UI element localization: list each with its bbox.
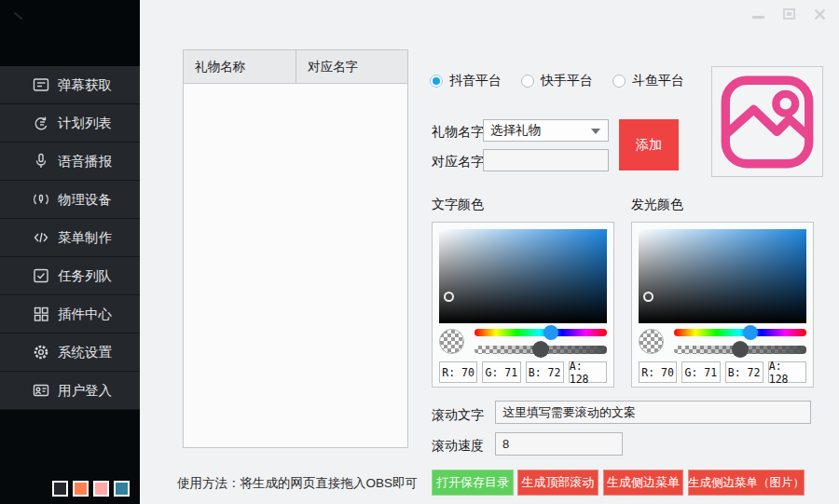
red-value-field[interactable]: R: 70 (639, 361, 677, 383)
scroll-text-input[interactable] (495, 401, 811, 424)
add-button[interactable]: 添加 (619, 119, 679, 170)
gift-name-label: 礼物名字 (432, 124, 484, 141)
radio-unselected-icon (612, 75, 626, 88)
plugin-grid-icon (32, 306, 49, 323)
theme-swatch-orange[interactable] (73, 481, 89, 497)
sidebar-item-label: 用户登入 (58, 382, 112, 400)
mapped-name-input[interactable] (483, 149, 609, 171)
sidebar-item-label: 菜单制作 (58, 229, 112, 247)
saturation-value-area[interactable] (639, 229, 806, 323)
radio-label: 快手平台 (541, 73, 593, 89)
code-menu-icon (32, 229, 49, 247)
text-color-title: 文字颜色 (432, 197, 484, 213)
minimize-icon[interactable] (751, 7, 764, 21)
alpha-value-field[interactable]: A: 128 (569, 361, 607, 383)
generate-side-menu-button[interactable]: 生成侧边菜单 (603, 470, 683, 496)
alpha-slider[interactable] (674, 346, 806, 354)
blue-value-field[interactable]: B: 72 (725, 361, 763, 383)
theme-swatch-teal[interactable] (114, 481, 130, 497)
mapped-name-label: 对应名字 (432, 154, 484, 170)
scroll-speed-label: 滚动速度 (432, 438, 484, 455)
gift-table: 礼物名称 对应名字 (183, 49, 408, 448)
sidebar-item-label: 任务列队 (58, 267, 112, 285)
sidebar-item-task-queue[interactable]: 任务列队 (0, 257, 140, 295)
user-card-icon (32, 382, 49, 400)
image-preview-box[interactable] (711, 66, 823, 177)
picture-icon (719, 74, 816, 170)
physical-device-icon (32, 191, 49, 209)
sidebar-item-label: 系统设置 (58, 344, 112, 361)
sidebar-item-label: 弹幕获取 (58, 76, 112, 94)
theme-swatches (52, 481, 134, 497)
generate-side-menu-image-button[interactable]: 生成侧边菜单（图片） (688, 470, 805, 496)
usage-hint: 使用方法：将生成的网页直接拖入OBS即可 (177, 475, 418, 492)
window-controls (751, 5, 839, 23)
sidebar-item-label: 计划列表 (58, 115, 112, 132)
sv-cursor-icon[interactable] (444, 292, 454, 302)
logo-mark (14, 12, 23, 20)
sidebar-item-plugin-center[interactable]: 插件中心 (0, 295, 140, 334)
sidebar-item-user-login[interactable]: 用户登入 (0, 372, 140, 410)
voice-mic-icon (32, 153, 49, 170)
gift-table-header: 礼物名称 对应名字 (184, 50, 407, 84)
radio-label: 斗鱼平台 (632, 73, 684, 89)
task-checkbox-icon (32, 267, 49, 285)
theme-swatch-dark[interactable] (52, 481, 68, 497)
alpha-slider-handle[interactable] (732, 341, 749, 358)
scroll-speed-input[interactable] (495, 432, 623, 456)
gift-select-dropdown[interactable]: 选择礼物 (483, 119, 609, 142)
radio-selected-icon (430, 75, 443, 88)
alpha-slider-handle[interactable] (532, 341, 549, 358)
column-header-gift-name[interactable]: 礼物名称 (184, 50, 296, 83)
sv-cursor-icon[interactable] (643, 292, 653, 302)
maximize-icon[interactable] (782, 7, 795, 21)
radio-kuaishou[interactable]: 快手平台 (521, 73, 593, 89)
sidebar-item-label: 插件中心 (58, 306, 112, 323)
color-preview-circle[interactable] (639, 329, 664, 354)
sidebar-item-voice[interactable]: 语音播报 (0, 143, 140, 181)
radio-douyin[interactable]: 抖音平台 (430, 73, 502, 89)
saturation-value-area[interactable] (439, 229, 607, 323)
hue-slider-handle[interactable] (543, 325, 558, 340)
alpha-value-field[interactable]: A: 128 (768, 361, 806, 383)
green-value-field[interactable]: G: 71 (681, 361, 720, 383)
hue-slider[interactable] (674, 329, 806, 336)
sidebar-item-menu-maker[interactable]: 菜单制作 (0, 219, 140, 257)
radio-unselected-icon (521, 75, 534, 88)
settings-gear-icon (32, 344, 49, 361)
platform-radio-group: 抖音平台 快手平台 斗鱼平台 (430, 73, 704, 89)
green-value-field[interactable]: G: 71 (482, 361, 520, 383)
open-save-dir-button[interactable]: 打开保存目录 (432, 470, 514, 496)
red-value-field[interactable]: R: 70 (439, 361, 477, 383)
plan-list-icon (32, 115, 49, 132)
sidebar-item-plan-list[interactable]: 计划列表 (0, 104, 140, 143)
hue-slider-handle[interactable] (743, 325, 758, 340)
gift-select-value: 选择礼物 (490, 122, 541, 139)
glow-color-picker: R: 70 G: 71 B: 72 A: 128 (631, 222, 814, 388)
hue-slider[interactable] (475, 329, 607, 336)
column-header-mapped-name[interactable]: 对应名字 (296, 50, 407, 83)
danmaku-screen-icon (32, 76, 49, 94)
close-icon[interactable] (813, 7, 826, 21)
sidebar: 弹幕获取 计划列表 语音播报 物理设备 菜单制作 任务列队 插件中心 (0, 0, 140, 504)
radio-label: 抖音平台 (449, 73, 502, 89)
generate-top-scroll-button[interactable]: 生成顶部滚动 (517, 470, 598, 496)
sidebar-item-label: 语音播报 (58, 153, 112, 170)
scroll-text-label: 滚动文字 (432, 407, 484, 424)
color-preview-circle[interactable] (439, 329, 464, 354)
theme-swatch-pink[interactable] (93, 481, 109, 497)
logo-block (0, 0, 140, 66)
sidebar-item-label: 物理设备 (58, 191, 112, 209)
radio-douyu[interactable]: 斗鱼平台 (612, 73, 684, 89)
chevron-down-icon (591, 129, 600, 134)
alpha-slider[interactable] (475, 346, 607, 354)
sidebar-item-device[interactable]: 物理设备 (0, 181, 140, 219)
sidebar-item-settings[interactable]: 系统设置 (0, 334, 140, 372)
sidebar-item-danmaku[interactable]: 弹幕获取 (0, 66, 140, 104)
blue-value-field[interactable]: B: 72 (526, 361, 564, 383)
glow-color-title: 发光颜色 (631, 197, 683, 213)
text-color-picker: R: 70 G: 71 B: 72 A: 128 (432, 222, 614, 388)
